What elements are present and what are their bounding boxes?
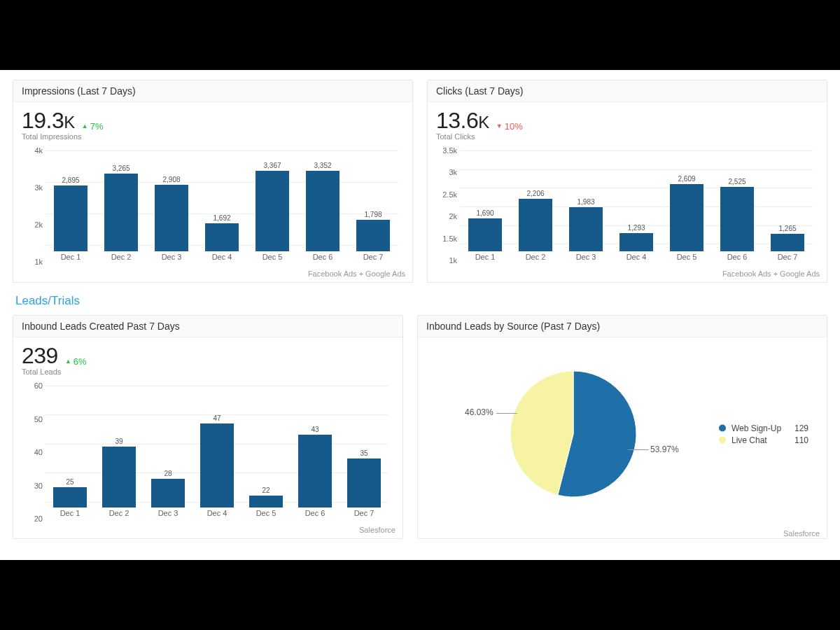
legend-item: Web Sign-Up129 <box>719 424 808 433</box>
delta-up: ▲7% <box>82 121 104 132</box>
bar <box>249 496 283 507</box>
bar-value-label: 2,525 <box>728 178 746 186</box>
bar-value-label: 2,895 <box>62 176 79 184</box>
x-tick: Dec 7 <box>340 509 388 522</box>
card-footer: Salesforce <box>13 524 402 538</box>
metric-subtitle: Total Leads <box>22 368 394 376</box>
legend-label: Live Chat <box>732 435 789 445</box>
triangle-up-icon: ▲ <box>65 358 71 365</box>
pie-legend: Web Sign-Up129Live Chat110 <box>719 421 808 447</box>
x-tick: Dec 6 <box>298 253 348 265</box>
x-tick: Dec 4 <box>611 253 662 265</box>
metric-subtitle: Total Clicks <box>436 132 818 141</box>
bar <box>102 447 136 507</box>
bar <box>519 199 553 251</box>
bar <box>298 435 332 507</box>
card-title: Impressions (Last 7 Days) <box>13 80 412 102</box>
bar-value-label: 2,609 <box>678 175 695 183</box>
bar-value-label: 47 <box>213 414 220 422</box>
bar-value-label: 43 <box>311 426 318 433</box>
card-leads: Inbound Leads Created Past 7 Days 239 ▲6… <box>13 315 403 539</box>
card-title: Inbound Leads Created Past 7 Days <box>13 316 402 337</box>
x-tick: Dec 5 <box>662 253 712 265</box>
delta-up: ▲6% <box>65 356 87 367</box>
bar-value-label: 2,206 <box>526 190 544 197</box>
metric-subtitle: Total Impressions <box>22 132 404 141</box>
metric-value: 239 <box>22 343 58 369</box>
triangle-up-icon: ▲ <box>82 122 88 130</box>
bar <box>200 424 234 507</box>
pie-chart-leads-source: 53.97%46.03%Web Sign-Up129Live Chat110 <box>426 343 818 525</box>
metric-value: 19.3K <box>22 108 75 134</box>
bar-value-label: 3,265 <box>112 164 130 172</box>
y-tick: 20 <box>22 514 43 523</box>
bar <box>771 234 805 251</box>
y-tick: 30 <box>22 482 43 490</box>
x-tick: Dec 5 <box>241 509 290 522</box>
bar <box>151 479 185 507</box>
x-tick: Dec 4 <box>197 253 247 265</box>
x-tick: Dec 7 <box>762 253 813 265</box>
x-tick: Dec 5 <box>247 253 298 265</box>
bar <box>670 184 704 251</box>
y-tick: 3k <box>436 168 457 176</box>
x-tick: Dec 6 <box>712 253 762 265</box>
x-tick: Dec 1 <box>46 253 96 265</box>
y-tick: 1.5k <box>436 234 457 243</box>
x-tick: Dec 1 <box>46 509 94 522</box>
bar-chart-leads: 253928472243352030405060Dec 1Dec 2Dec 3D… <box>22 382 394 522</box>
card-clicks: Clicks (Last 7 Days) 13.6K ▼10% Total Cl… <box>427 80 827 283</box>
bar <box>347 458 381 507</box>
legend-item: Live Chat110 <box>719 435 808 445</box>
y-tick: 60 <box>22 382 43 390</box>
bar <box>104 174 139 251</box>
x-tick: Dec 7 <box>348 253 398 265</box>
card-leads-source: Inbound Leads by Source (Past 7 Days) 53… <box>417 315 827 539</box>
y-tick: 1k <box>436 256 457 265</box>
y-tick: 50 <box>22 415 43 424</box>
bar-value-label: 22 <box>262 486 270 494</box>
x-tick: Dec 2 <box>94 509 144 522</box>
x-tick: Dec 6 <box>290 509 340 522</box>
bar-value-label: 25 <box>66 478 74 486</box>
bar-value-label: 1,798 <box>364 211 382 218</box>
y-tick: 4k <box>22 146 43 155</box>
y-tick: 3.5k <box>436 146 457 155</box>
bar <box>468 218 503 251</box>
y-tick: 40 <box>22 448 43 456</box>
bar-value-label: 3,352 <box>314 162 331 169</box>
card-footer: Salesforce <box>418 528 827 542</box>
bar-chart-clicks: 1,6902,2061,9831,2932,6092,5251,2651k1.5… <box>436 146 818 265</box>
legend-swatch-icon <box>719 437 726 444</box>
card-impressions: Impressions (Last 7 Days) 19.3K ▲7% Tota… <box>13 80 413 283</box>
legend-value: 110 <box>794 435 808 445</box>
y-tick: 1k <box>22 258 43 266</box>
triangle-down-icon: ▼ <box>496 122 503 130</box>
delta-down: ▼10% <box>496 121 523 132</box>
bar-value-label: 39 <box>115 438 122 445</box>
bar <box>155 185 189 251</box>
section-title-leads: Leads/Trials <box>15 294 827 308</box>
card-title: Clicks (Last 7 Days) <box>428 80 827 102</box>
bar <box>54 186 88 251</box>
y-tick: 2k <box>22 220 43 229</box>
x-tick: Dec 1 <box>460 253 510 265</box>
x-tick: Dec 2 <box>510 253 561 265</box>
bar-value-label: 35 <box>360 449 368 457</box>
card-footer: Facebook Ads + Google Ads <box>428 268 827 282</box>
bar <box>53 487 87 507</box>
x-tick: Dec 4 <box>192 509 241 522</box>
bar-value-label: 1,690 <box>476 209 493 217</box>
bar <box>620 233 654 251</box>
bar-value-label: 1,692 <box>213 214 230 222</box>
x-tick: Dec 3 <box>561 253 611 265</box>
x-tick: Dec 3 <box>146 253 197 265</box>
bar-value-label: 3,367 <box>263 162 281 169</box>
x-tick: Dec 2 <box>96 253 146 265</box>
bar <box>569 207 603 251</box>
bar <box>255 171 290 252</box>
legend-value: 129 <box>794 424 808 433</box>
bar <box>205 223 239 251</box>
card-footer: Facebook Ads + Google Ads <box>13 268 412 282</box>
bar-chart-impressions: 2,8953,2652,9081,6923,3673,3521,7981k2k3… <box>22 146 404 265</box>
